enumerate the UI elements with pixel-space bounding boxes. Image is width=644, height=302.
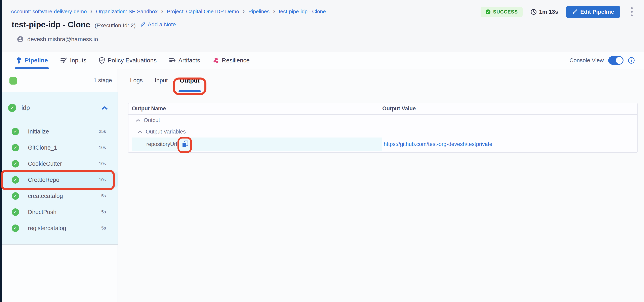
step-row-gitclone[interactable]: ✓ GitClone_1 10s — [2, 139, 118, 156]
step-row-directpush[interactable]: ✓ DirectPush 5s — [2, 204, 118, 220]
breadcrumb-pipelines[interactable]: Pipelines — [248, 9, 270, 15]
success-check-icon: ✓ — [12, 192, 19, 200]
tab-label: Input — [155, 77, 168, 84]
success-check-icon: ✓ — [8, 104, 16, 112]
inputs-icon — [60, 57, 67, 64]
resilience-chaos-icon — [213, 57, 219, 64]
stage-panel-header: 1 stage — [2, 69, 118, 92]
breadcrumb-account[interactable]: Account: software-delivery-demo — [11, 9, 87, 15]
breadcrumb-execution[interactable]: test-pipe-idp - Clone — [279, 9, 326, 15]
step-row-createrepo[interactable]: ✓ CreateRepo 10s — [2, 172, 118, 188]
collapse-chevron-icon[interactable] — [138, 130, 142, 133]
edit-pipeline-button[interactable]: Edit Pipeline — [566, 6, 620, 18]
group-label: Output Variables — [146, 129, 186, 135]
header-actions: SUCCESS 1m 13s Edit Pipeline — [480, 5, 636, 18]
info-icon[interactable] — [628, 57, 635, 64]
tab-artifacts[interactable]: Artifacts — [168, 52, 201, 69]
step-row-cookiecutter[interactable]: ✓ CookieCutter 10s — [2, 156, 118, 172]
step-duration: 10s — [99, 161, 106, 166]
tab-logs[interactable]: Logs — [128, 69, 145, 92]
copy-value-button[interactable] — [182, 140, 189, 148]
output-table-card: Output Name Output Value Output Output V… — [128, 103, 638, 153]
success-check-icon: ✓ — [12, 224, 19, 232]
step-row-initialize[interactable]: ✓ Initialize 25s — [2, 123, 118, 139]
step-duration: 25s — [99, 129, 106, 134]
execution-id-label: (Execution Id: 2) — [95, 22, 136, 29]
stage-name: idp — [22, 104, 30, 111]
execution-duration: 1m 13s — [531, 9, 558, 15]
tab-label: Resilience — [222, 57, 250, 64]
step-name: GitClone_1 — [28, 144, 57, 151]
status-badge: SUCCESS — [480, 7, 522, 17]
success-check-icon: ✓ — [12, 128, 19, 135]
pipeline-execution-page: Account: software-delivery-demo › Organi… — [0, 0, 644, 302]
execution-tabs-bar: Pipeline Inputs Policy Evaluations Artif… — [2, 52, 644, 69]
tab-label: Pipeline — [25, 57, 48, 64]
tab-label: Policy Evaluations — [108, 57, 156, 64]
pipeline-icon — [16, 57, 22, 64]
step-row-createcatalog[interactable]: ✓ createcatalog 5s — [2, 188, 118, 204]
chevron-right-icon: › — [273, 8, 275, 15]
tab-output[interactable]: Output — [178, 69, 202, 92]
output-table-header: Output Name Output Value — [128, 103, 637, 114]
breadcrumb-project[interactable]: Project: Capital One IDP Demo — [167, 9, 239, 15]
add-note-button[interactable]: Add a Note — [140, 21, 176, 28]
tab-resilience[interactable]: Resilience — [212, 52, 250, 69]
step-details-panel: Logs Input Output Output Name Output Val… — [118, 69, 644, 302]
artifact-list-icon — [169, 57, 176, 64]
breadcrumb-organization[interactable]: Organization: SE Sandbox — [96, 9, 158, 15]
user-email: devesh.mishra@harness.io — [27, 36, 98, 43]
success-check-icon: ✓ — [12, 208, 19, 216]
tab-policy-evaluations[interactable]: Policy Evaluations — [98, 52, 158, 69]
tab-pipeline[interactable]: Pipeline — [15, 52, 49, 69]
console-view-label: Console View — [570, 57, 604, 64]
step-duration: 10s — [99, 177, 106, 182]
console-view-control: Console View — [570, 52, 635, 69]
title-row: test-pipe-idp - Clone (Execution Id: 2) … — [12, 20, 176, 29]
step-name: DirectPush — [28, 209, 56, 215]
column-output-value: Output Value — [382, 105, 416, 112]
user-avatar-icon — [17, 36, 24, 43]
page-title: test-pipe-idp - Clone — [12, 20, 90, 29]
chevron-right-icon: › — [242, 8, 244, 15]
step-name: Initialize — [28, 128, 49, 135]
tab-input[interactable]: Input — [153, 69, 170, 92]
breadcrumb: Account: software-delivery-demo › Organi… — [11, 8, 326, 15]
output-group-row[interactable]: Output — [128, 114, 637, 126]
add-note-label: Add a Note — [148, 21, 176, 28]
success-check-icon: ✓ — [12, 144, 19, 152]
stage-row-idp[interactable]: ✓ idp — [2, 92, 118, 123]
duration-label: 1m 13s — [539, 9, 558, 15]
chevron-up-icon[interactable] — [101, 106, 108, 110]
edit-pipeline-label: Edit Pipeline — [580, 9, 614, 15]
stage-count-label: 1 stage — [94, 77, 112, 84]
tab-label: Artifacts — [178, 57, 200, 64]
chevron-right-icon: › — [90, 8, 92, 15]
variable-value-link[interactable]: https://github.com/test-org-devesh/testp… — [384, 141, 492, 147]
step-name: createcatalog — [28, 193, 63, 199]
stage-status-chip[interactable] — [10, 77, 17, 85]
check-circle-icon — [486, 9, 491, 15]
console-view-toggle[interactable] — [608, 56, 624, 65]
chevron-right-icon: › — [161, 8, 163, 15]
step-duration: 5s — [101, 193, 106, 199]
output-variable-row: repositoryUrl https://github.com/test-or… — [128, 137, 637, 151]
step-name: registercatalog — [28, 225, 66, 232]
step-detail-tabs: Logs Input Output — [118, 69, 644, 92]
more-options-button[interactable] — [628, 5, 636, 18]
tab-label: Inputs — [70, 57, 86, 64]
collapse-chevron-icon[interactable] — [136, 119, 140, 122]
stage-panel: 1 stage ✓ idp ✓ Initialize 25s ✓ GitClon… — [2, 69, 118, 302]
step-row-registercatalog[interactable]: ✓ registercatalog 5s — [2, 220, 118, 236]
group-label: Output — [144, 117, 160, 123]
active-tab-underline — [178, 90, 200, 92]
step-duration: 5s — [101, 209, 106, 215]
collapsed-nav-rail[interactable] — [0, 0, 2, 302]
output-variables-group-row[interactable]: Output Variables — [128, 126, 637, 137]
status-label: SUCCESS — [493, 9, 518, 15]
triggered-by: devesh.mishra@harness.io — [17, 36, 98, 43]
step-duration: 5s — [101, 225, 106, 231]
step-name: CreateRepo — [28, 177, 59, 183]
tab-inputs[interactable]: Inputs — [60, 52, 87, 69]
variable-name: repositoryUrl — [146, 141, 177, 147]
